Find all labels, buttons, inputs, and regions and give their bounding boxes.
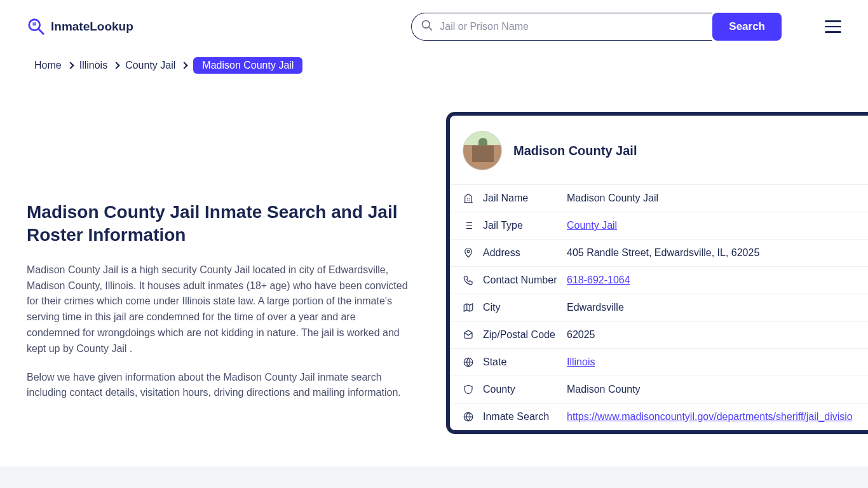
search-button[interactable]: Search bbox=[712, 13, 782, 41]
search-icon bbox=[421, 19, 433, 34]
info-row: Jail NameMadison County Jail bbox=[450, 184, 868, 212]
info-label: Contact Number bbox=[483, 274, 558, 286]
breadcrumb-link-type[interactable]: County Jail bbox=[125, 60, 175, 71]
jail-avatar bbox=[463, 131, 502, 170]
chevron-right-icon bbox=[181, 62, 188, 69]
phone-icon bbox=[463, 274, 474, 286]
svg-line-1 bbox=[39, 29, 44, 34]
chevron-right-icon bbox=[67, 62, 74, 69]
page-title: Madison County Jail Inmate Search and Ja… bbox=[27, 201, 408, 247]
header: InmateLookup Search bbox=[0, 0, 868, 53]
mail-icon bbox=[463, 329, 474, 341]
breadcrumb-current: Madison County Jail bbox=[193, 57, 302, 74]
search-input[interactable] bbox=[440, 21, 703, 32]
breadcrumb-link-home[interactable]: Home bbox=[34, 60, 62, 71]
card-header: Madison County Jail bbox=[450, 116, 868, 184]
article-paragraph: Madison County Jail is a high security C… bbox=[27, 262, 408, 357]
info-value-link[interactable]: County Jail bbox=[567, 220, 617, 231]
info-value: Madison County Jail bbox=[567, 193, 658, 204]
info-row: StateIllinois bbox=[450, 348, 868, 376]
info-label: County bbox=[483, 384, 558, 395]
info-row: Zip/Postal Code62025 bbox=[450, 321, 868, 348]
info-row: Contact Number618-692-1064 bbox=[450, 266, 868, 294]
info-value: 62025 bbox=[567, 329, 595, 341]
info-value: Madison County bbox=[567, 384, 641, 395]
svg-line-5 bbox=[430, 27, 432, 30]
card-title: Madison County Jail bbox=[513, 144, 637, 158]
web-icon bbox=[463, 411, 474, 423]
chevron-right-icon bbox=[112, 62, 119, 69]
article: Madison County Jail Inmate Search and Ja… bbox=[27, 112, 408, 434]
info-row: Jail TypeCounty Jail bbox=[450, 212, 868, 239]
search-box bbox=[411, 13, 712, 41]
info-value-link[interactable]: 618-692-1064 bbox=[567, 274, 630, 286]
info-value: Edwardsville bbox=[567, 302, 624, 313]
info-row: Inmate Searchhttps://www.madisoncountyil… bbox=[450, 403, 868, 430]
info-card: Madison County Jail Jail NameMadison Cou… bbox=[446, 112, 868, 434]
info-label: Jail Type bbox=[483, 220, 558, 231]
info-row: CityEdwardsville bbox=[450, 294, 868, 321]
search-form: Search bbox=[411, 13, 782, 41]
svg-point-6 bbox=[467, 250, 470, 253]
pin-icon bbox=[463, 247, 474, 259]
shield-icon bbox=[463, 384, 474, 395]
info-row: Address405 Randle Street, Edwardsville, … bbox=[450, 239, 868, 266]
svg-point-4 bbox=[423, 21, 430, 29]
info-value-link[interactable]: Illinois bbox=[567, 356, 595, 368]
logo[interactable]: InmateLookup bbox=[27, 17, 133, 36]
info-label: Zip/Postal Code bbox=[483, 329, 558, 341]
info-value-link[interactable]: https://www.madisoncountyil.gov/departme… bbox=[567, 411, 853, 423]
info-row: CountyMadison County bbox=[450, 376, 868, 403]
footer-bar bbox=[0, 466, 868, 488]
logo-icon bbox=[27, 17, 46, 36]
breadcrumb-link-state[interactable]: Illinois bbox=[79, 60, 107, 71]
breadcrumb: Home Illinois County Jail Madison County… bbox=[0, 57, 868, 80]
info-label: Inmate Search bbox=[483, 411, 558, 423]
info-label: Jail Name bbox=[483, 193, 558, 204]
article-paragraph: Below we have given information about th… bbox=[27, 370, 408, 402]
globe-icon bbox=[463, 356, 474, 368]
info-label: State bbox=[483, 356, 558, 368]
main-content: Madison County Jail Inmate Search and Ja… bbox=[0, 112, 868, 434]
map-icon bbox=[463, 302, 474, 313]
menu-button[interactable] bbox=[825, 20, 841, 33]
building-icon bbox=[463, 193, 474, 204]
list-icon bbox=[463, 220, 474, 231]
info-value: 405 Randle Street, Edwardsville, IL, 620… bbox=[567, 247, 759, 259]
info-label: Address bbox=[483, 247, 558, 259]
logo-text: InmateLookup bbox=[51, 20, 133, 34]
info-label: City bbox=[483, 302, 558, 313]
